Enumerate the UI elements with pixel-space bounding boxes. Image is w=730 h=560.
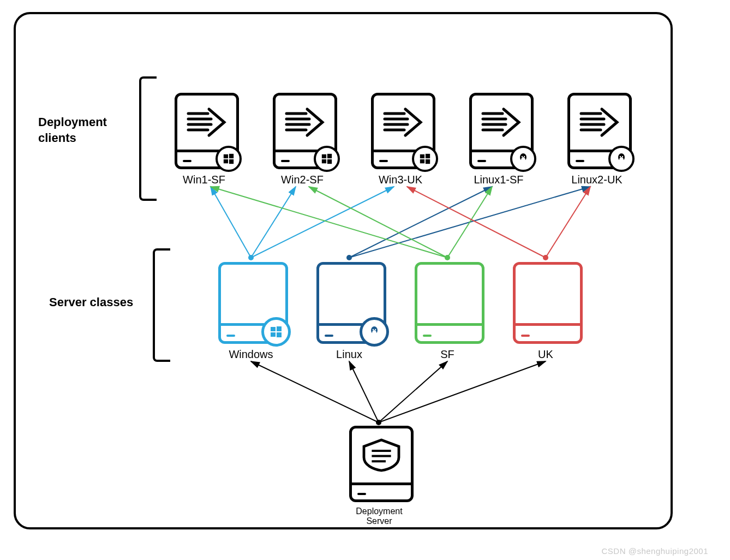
svg-point-30 [522,156,523,157]
svg-rect-15 [327,159,332,164]
client-box-win3-uk [371,93,435,169]
svg-rect-23 [426,159,430,164]
client-label: Win1-SF [166,174,242,186]
svg-rect-21 [426,154,430,158]
svg-point-38 [620,156,621,157]
bracket-clients [139,76,157,201]
server-class-windows [218,262,288,344]
server-class-sf [415,262,484,344]
windows-icon [216,146,242,172]
svg-rect-40 [271,327,276,331]
svg-point-45 [372,330,376,336]
deployment-server-icon [360,436,403,474]
windows-icon [261,317,291,347]
server-class-label: UK [507,348,584,361]
svg-point-47 [375,329,376,330]
windows-icon [314,146,340,172]
svg-rect-43 [277,332,282,337]
svg-point-31 [524,156,525,157]
svg-rect-41 [277,326,282,331]
windows-icon [412,146,438,172]
linux-icon [510,146,536,172]
server-class-uk [513,262,583,344]
deployment-server-box [349,426,414,502]
svg-rect-7 [229,159,234,164]
client-label: Win3-UK [362,174,439,186]
svg-rect-14 [322,159,326,163]
server-class-label: Linux [311,348,387,361]
server-class-label: SF [409,348,486,361]
svg-rect-12 [322,154,326,158]
linux-icon [360,317,389,347]
svg-rect-22 [420,159,424,163]
deployment-server-label: DeploymentServer [346,507,412,526]
svg-point-29 [521,157,525,163]
watermark: CSDN @shenghuiping2001 [601,546,708,556]
svg-rect-5 [229,154,234,158]
client-box-linux2-uk [567,93,632,169]
linux-icon [608,146,635,172]
diagram-stage: Deploymentclients Server classes Win1-SF… [0,0,730,560]
svg-rect-13 [327,154,332,158]
server-class-label: Windows [213,348,289,361]
client-label: Win2-SF [264,174,340,186]
client-label: Linux2-UK [559,174,635,186]
svg-rect-4 [224,154,228,158]
client-box-win2-sf [273,93,337,169]
client-label: Linux1-SF [460,174,537,186]
svg-rect-20 [420,154,424,158]
client-box-linux1-sf [469,93,534,169]
label-deployment-clients: Deploymentclients [38,115,107,146]
server-class-linux [316,262,386,344]
svg-point-39 [622,156,623,157]
client-box-win1-sf [175,93,239,169]
svg-point-46 [373,329,374,330]
bracket-server-classes [153,248,170,362]
svg-point-37 [619,157,624,163]
svg-rect-42 [271,332,276,337]
svg-rect-6 [224,159,228,163]
label-server-classes: Server classes [49,295,133,311]
